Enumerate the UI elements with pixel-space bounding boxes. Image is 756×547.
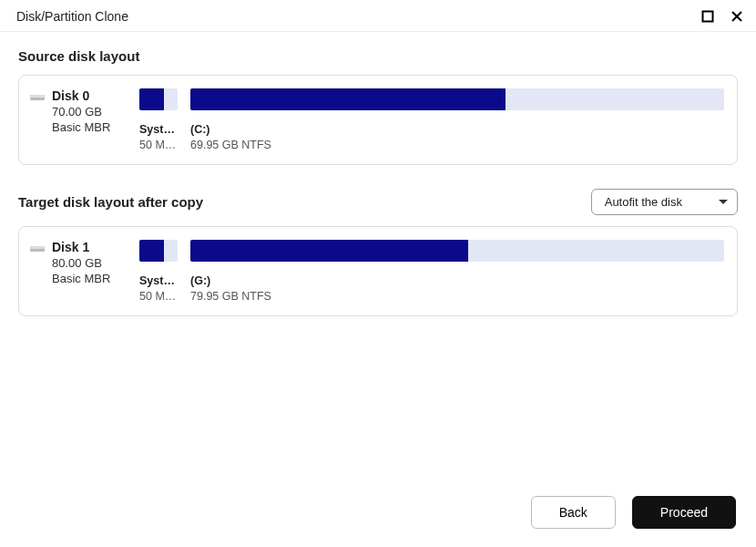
partition-bars — [139, 240, 724, 262]
disk-info: Disk 0 70.00 GB Basic MBR — [30, 88, 132, 151]
main-partition-label: (G:) 79.95 GB NTFS — [190, 274, 724, 303]
svg-rect-4 — [30, 95, 45, 98]
chevron-down-icon — [719, 200, 728, 204]
dropdown-label: Autofit the disk — [605, 195, 682, 209]
disk-size: 80.00 GB — [52, 256, 110, 270]
window-title: Disk/Partition Clone — [16, 9, 128, 24]
system-partition-bar[interactable] — [139, 88, 178, 110]
system-partition-label: System… 50 MB … — [139, 274, 178, 303]
partition-bars — [139, 88, 724, 110]
partitions-area: System… 50 MB … (G:) 79.95 GB NTFS — [139, 240, 724, 303]
main-partition-bar[interactable] — [190, 88, 724, 110]
disk-meta: Disk 1 80.00 GB Basic MBR — [52, 240, 110, 303]
window-controls — [701, 10, 743, 23]
layout-mode-dropdown[interactable]: Autofit the disk — [591, 189, 738, 215]
system-partition-bar[interactable] — [139, 240, 178, 262]
target-header: Target disk layout after copy Autofit th… — [18, 189, 738, 215]
target-disk-card[interactable]: Disk 1 80.00 GB Basic MBR System… 50 MB … — [18, 226, 738, 316]
disk-size: 70.00 GB — [52, 105, 110, 119]
close-icon[interactable] — [730, 10, 743, 23]
partition-labels: System… 50 MB … (C:) 69.95 GB NTFS — [139, 123, 724, 151]
disk-icon — [30, 243, 45, 303]
source-title: Source disk layout — [18, 48, 139, 64]
source-disk-card[interactable]: Disk 0 70.00 GB Basic MBR System… 50 MB … — [18, 75, 738, 165]
partitions-area: System… 50 MB … (C:) 69.95 GB NTFS — [139, 88, 724, 151]
disk-meta: Disk 0 70.00 GB Basic MBR — [52, 88, 110, 151]
main-partition-label: (C:) 69.95 GB NTFS — [190, 123, 724, 151]
system-partition-label: System… 50 MB … — [139, 123, 178, 151]
disk-type: Basic MBR — [52, 120, 110, 134]
disk-name: Disk 1 — [52, 240, 110, 254]
source-header: Source disk layout — [18, 48, 738, 64]
footer-buttons: Back Proceed — [531, 496, 736, 529]
proceed-button[interactable]: Proceed — [632, 496, 736, 529]
disk-type: Basic MBR — [52, 272, 110, 285]
main-partition-bar[interactable] — [190, 240, 724, 262]
disk-icon — [30, 91, 45, 151]
maximize-icon[interactable] — [701, 10, 714, 23]
disk-info: Disk 1 80.00 GB Basic MBR — [30, 240, 132, 303]
disk-name: Disk 0 — [52, 88, 110, 103]
partition-labels: System… 50 MB … (G:) 79.95 GB NTFS — [139, 274, 724, 303]
main-content: Source disk layout Disk 0 70.00 GB Basic… — [0, 32, 756, 316]
target-title: Target disk layout after copy — [18, 194, 203, 210]
svg-rect-6 — [30, 246, 45, 249]
titlebar: Disk/Partition Clone — [0, 0, 756, 32]
svg-rect-0 — [703, 12, 713, 22]
back-button[interactable]: Back — [531, 496, 616, 529]
